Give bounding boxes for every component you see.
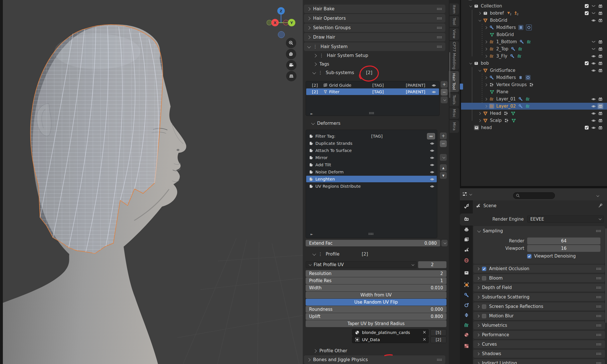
checkbox-checked-icon[interactable] [584, 125, 590, 130]
eye-icon[interactable] [591, 60, 596, 66]
panel-header-profile-other[interactable]: Profile Other [304, 347, 445, 355]
properties-tab-collection-icon[interactable] [460, 268, 473, 278]
axis-z-ball[interactable]: Z [277, 7, 285, 15]
outliner-row-2-top-6[interactable]: 2_Top [461, 46, 607, 52]
outliner-row-modifiers-3[interactable]: Modifiers [461, 24, 607, 31]
flat-profile-uv-dropdown[interactable]: Flat Profile UV [306, 261, 417, 268]
drag-grip-icon[interactable] [437, 27, 442, 29]
deformer-row-noise-deform[interactable]: Noise Deform [306, 169, 437, 175]
outliner-row-scene-collection[interactable]: Scene Collection [461, 0, 607, 2]
drag-grip-icon[interactable] [437, 36, 442, 38]
list-resize-grip-icon[interactable] [369, 112, 374, 114]
eye-icon[interactable] [430, 155, 434, 160]
sub-systems-list[interactable]: [2] Grid Guide [TAG] [PARENT] [2] Filter… [306, 81, 440, 116]
sub-system-row-grid-guide[interactable]: [2] Grid Guide [TAG] [PARENT] [306, 82, 439, 88]
sidebar-tab-tool[interactable]: Tool [450, 16, 459, 27]
sidebar-tab-tools[interactable]: Tools [450, 93, 459, 106]
drag-grip-icon[interactable] [596, 343, 601, 345]
drag-grip-icon[interactable] [596, 277, 601, 279]
expand-right-icon[interactable] [478, 119, 481, 122]
outliner-row-1-bottom-5[interactable]: 1_Bottom [461, 38, 607, 45]
panel-header-depth-of-field[interactable]: Depth of Field [473, 284, 605, 292]
drag-grip-icon[interactable] [596, 334, 601, 336]
panel-header-hair-system-setup[interactable]: ⋮ Hair System Setup [304, 51, 445, 60]
eye-icon[interactable] [430, 148, 434, 153]
eye-icon[interactable] [591, 68, 596, 73]
drag-grip-icon[interactable] [437, 8, 442, 10]
list-resize-grip-icon[interactable] [368, 233, 373, 235]
deformer-row-lenghten[interactable]: Lenghten [306, 176, 437, 182]
panel-header-indirect-lighting[interactable]: Indirect Lighting [473, 359, 605, 364]
outliner-row-scalp-16[interactable]: Scalp [461, 117, 607, 124]
outliner-row-plane-12[interactable]: Plane [461, 88, 607, 95]
list-expand-icon[interactable]: ► [311, 112, 313, 116]
camera-icon[interactable] [598, 125, 603, 130]
panel-header-hair-bake[interactable]: Hair Bake [304, 5, 445, 13]
eye-icon[interactable] [430, 141, 434, 146]
axis-neg-z-ball[interactable] [278, 31, 285, 38]
editor-type-button[interactable] [462, 190, 474, 198]
list-menu-button[interactable] [441, 96, 448, 103]
header-menu-button[interactable] [596, 193, 598, 198]
outliner-row-gridsurface-9[interactable]: GridSurface [461, 67, 607, 74]
deformers-list[interactable]: Filter Tag: [TAG] ↔ Duplicate Strands At… [306, 130, 437, 238]
expand-right-icon[interactable] [485, 98, 487, 100]
drag-grip-icon[interactable] [596, 315, 601, 317]
sidebar-tab-mira[interactable]: Mira [450, 120, 459, 133]
checkbox-checked-icon[interactable] [584, 3, 590, 9]
axis-y-ball[interactable]: Y [288, 19, 295, 26]
properties-tab-view-layer-icon[interactable] [460, 235, 473, 245]
move-down-button[interactable]: ▼ [440, 172, 447, 179]
outliner-row-layer-02-14[interactable]: Layer_02 [461, 103, 607, 110]
drag-grip-icon[interactable] [596, 230, 601, 232]
eye-icon[interactable] [432, 90, 436, 94]
expand-right-icon[interactable] [485, 55, 487, 58]
list-expand-icon[interactable]: ► [311, 232, 313, 236]
properties-tab-constraints-icon[interactable] [460, 310, 473, 321]
expand-right-icon[interactable] [485, 40, 487, 43]
panel-header-sub-systems[interactable]: ⋮ Sub-systems [2] [304, 68, 445, 77]
sidebar-tab-view[interactable]: View [450, 28, 459, 40]
camera-icon[interactable] [598, 68, 603, 73]
scrollbar-thumb[interactable] [460, 84, 463, 90]
eye-icon[interactable] [591, 17, 596, 23]
panel-header-hair-system[interactable]: ⋮ Hair System [304, 42, 445, 51]
panel-header-ambient-occlusion[interactable]: Ambient Occlusion [473, 265, 605, 273]
panel-header-draw-hair[interactable]: Draw Hair [304, 33, 445, 41]
search-input[interactable] [513, 192, 555, 199]
camera-icon[interactable] [598, 118, 603, 123]
panel-header-tags[interactable]: Tags [304, 60, 445, 68]
use-random-uv-flip-toggle[interactable]: Use Random UV Flip [306, 299, 446, 306]
expand-down-icon[interactable] [469, 4, 472, 7]
outliner-row-bobref-1[interactable]: bobref22 [461, 10, 607, 17]
sub-system-row-filter[interactable]: [2] Filter [TAG] [PARENT] [306, 88, 439, 95]
close-icon[interactable] [423, 330, 426, 335]
properties-tab-physics-icon[interactable] [460, 300, 473, 311]
deformer-row-attach-to-surface[interactable]: Attach To Surface [306, 147, 437, 154]
preset-dots-icon[interactable]: ⋮ [318, 252, 323, 256]
roundness-slider[interactable]: Roundness0.000 [306, 306, 446, 313]
uv-data-count[interactable]: [2] [430, 336, 446, 343]
outliner-row-bob-8[interactable]: bob [461, 60, 607, 67]
panel-header-screen-space-reflections[interactable]: Screen Space Reflections [473, 302, 605, 310]
checkbox-checked-icon[interactable] [584, 10, 590, 16]
uv-data-field[interactable]: UV_Data [352, 336, 429, 343]
outliner-row-modifiers-10[interactable]: Modifiers [461, 74, 607, 81]
eye-icon[interactable] [591, 110, 596, 116]
drag-grip-icon[interactable] [596, 324, 601, 327]
sampling-header[interactable]: Sampling [477, 228, 601, 234]
screen-off-icon[interactable] [591, 10, 596, 16]
checkbox-checked-icon[interactable] [584, 60, 590, 66]
outliner-row-bobgrid-2[interactable]: BobGrid [461, 17, 607, 24]
viewport-samples-slider[interactable]: 16 [527, 245, 600, 252]
checkbox-unchecked-icon[interactable] [482, 276, 486, 280]
render-engine-dropdown[interactable]: EEVEE [527, 215, 604, 223]
expand-down-icon[interactable] [479, 69, 481, 72]
remove-button[interactable]: − [440, 140, 447, 147]
camera-icon[interactable] [598, 53, 603, 59]
properties-tab-material-icon[interactable] [460, 330, 473, 341]
resolution-slider[interactable]: Resolution2 [306, 270, 446, 277]
sidebar-scrollbar[interactable] [449, 52, 450, 98]
properties-tab-world-icon[interactable] [460, 256, 473, 266]
camera-icon[interactable] [598, 103, 603, 109]
